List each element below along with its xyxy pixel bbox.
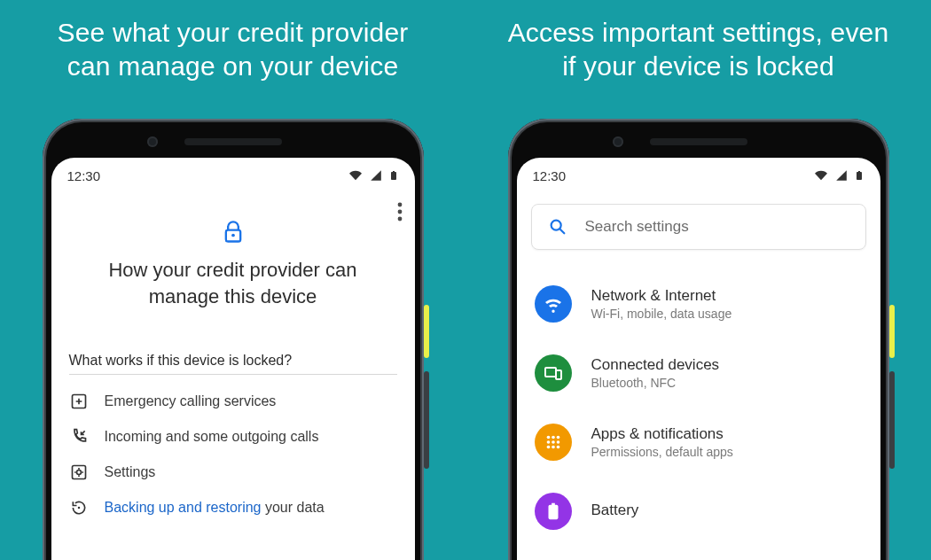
item-title: Connected devices <box>591 356 720 374</box>
svg-point-1 <box>397 210 402 214</box>
settings-item-apps[interactable]: Apps & notifications Permissions, defaul… <box>531 408 866 477</box>
wifi-status-icon <box>348 169 364 182</box>
locked-feature-item: Settings <box>69 455 397 490</box>
gear-icon <box>69 463 89 481</box>
svg-point-0 <box>397 203 402 207</box>
svg-point-20 <box>556 446 559 449</box>
item-label: Backing up and restoring your data <box>105 500 325 516</box>
svg-point-17 <box>556 440 559 444</box>
svg-point-19 <box>552 446 555 449</box>
svg-point-4 <box>231 234 235 237</box>
more-options-button[interactable] <box>397 202 403 225</box>
settings-item-connected[interactable]: Connected devices Bluetooth, NFC <box>531 338 866 408</box>
settings-item-battery[interactable]: Battery <box>531 477 866 546</box>
lock-icon <box>221 218 246 246</box>
status-time: 12:30 <box>67 168 101 183</box>
svg-point-12 <box>546 436 550 439</box>
devices-icon <box>535 354 572 392</box>
svg-point-13 <box>552 436 555 439</box>
item-title: Battery <box>591 502 639 519</box>
locked-feature-item: Backing up and restoring your data <box>69 490 397 525</box>
status-time: 12:30 <box>533 168 567 183</box>
svg-rect-11 <box>556 370 561 379</box>
svg-rect-6 <box>72 466 85 479</box>
search-icon <box>548 217 567 237</box>
phone-frame-right: 12:30 Search settings <box>508 119 889 560</box>
apps-icon <box>535 424 572 461</box>
wifi-icon <box>535 285 572 323</box>
item-title: Apps & notifications <box>591 425 733 443</box>
item-subtitle: Wi-Fi, mobile, data usage <box>591 307 732 321</box>
item-subtitle: Permissions, default apps <box>591 445 733 459</box>
search-placeholder: Search settings <box>585 218 689 236</box>
svg-point-2 <box>397 217 402 222</box>
search-settings-input[interactable]: Search settings <box>531 204 866 250</box>
restore-icon <box>69 499 89 517</box>
promo-panel-left: See what your credit provider can manage… <box>0 0 466 560</box>
status-bar: 12:30 <box>51 158 415 193</box>
svg-point-18 <box>546 446 550 449</box>
item-subtitle: Bluetooth, NFC <box>591 376 720 390</box>
svg-rect-10 <box>545 368 556 377</box>
headline-right: Access important settings, even if your … <box>504 16 894 83</box>
item-label: Settings <box>105 464 156 480</box>
locked-feature-item: Incoming and some outgoing calls <box>69 419 397 455</box>
item-label: Emergency calling services <box>105 393 277 409</box>
hospital-icon <box>69 393 89 410</box>
phone-frame-left: 12:30 How your credit pr <box>43 119 424 560</box>
settings-item-network[interactable]: Network & Internet Wi-Fi, mobile, data u… <box>531 269 866 338</box>
more-vert-icon <box>397 202 403 222</box>
svg-point-8 <box>77 507 80 509</box>
item-label: Incoming and some outgoing calls <box>105 429 319 445</box>
promo-panel-right: Access important settings, even if your … <box>466 0 931 560</box>
svg-point-14 <box>556 436 559 439</box>
battery-icon <box>535 493 572 530</box>
wifi-status-icon <box>813 169 829 182</box>
locked-feature-item: Emergency calling services <box>69 384 397 419</box>
svg-point-7 <box>76 471 81 475</box>
cell-signal-icon <box>369 169 383 182</box>
battery-status-icon <box>854 167 864 183</box>
backup-link[interactable]: Backing up and restoring <box>105 500 262 515</box>
cell-signal-icon <box>834 169 849 182</box>
battery-status-icon <box>388 167 399 183</box>
headline-left: See what your credit provider can manage… <box>38 16 428 83</box>
svg-point-15 <box>546 440 550 444</box>
status-bar: 12:30 <box>517 158 880 193</box>
svg-point-16 <box>552 440 555 444</box>
page-title: How your credit provider can manage this… <box>91 257 375 310</box>
item-title: Network & Internet <box>591 287 732 305</box>
phone-incoming-icon <box>69 428 89 446</box>
section-header: What works if this device is locked? <box>69 353 397 375</box>
